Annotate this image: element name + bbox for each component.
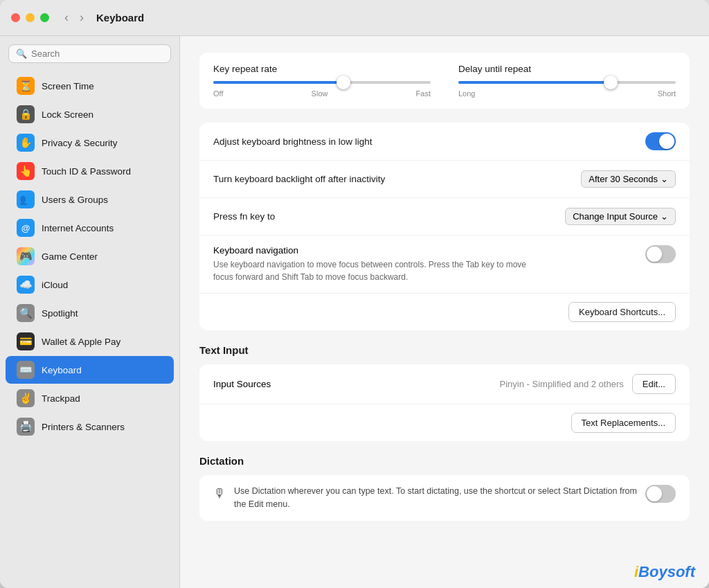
keyboard-nav-toggle-thumb	[647, 247, 662, 262]
text-input-card: Input Sources Pinyin - Simplified and 2 …	[199, 364, 690, 441]
main-window: ‹ › Keyboard 🔍 ⏳ Screen Time 🔒 Lock Scre…	[0, 0, 709, 588]
minimize-button[interactable]	[26, 13, 35, 22]
key-repeat-thumb[interactable]	[336, 75, 350, 89]
sidebar-label-privacy-security: Privacy & Security	[42, 138, 118, 148]
sidebar-label-spotlight: Spotlight	[42, 308, 78, 319]
key-repeat-fill	[213, 81, 343, 84]
dictation-section: Dictation 🎙 Use Dictation wherever you c…	[199, 455, 690, 521]
delay-repeat-slider-wrapper: Long Short	[458, 81, 676, 98]
key-repeat-off: Off	[213, 89, 223, 98]
keyboard-nav-description: Use keyboard navigation to move focus be…	[213, 258, 546, 283]
sidebar-item-icloud[interactable]: ☁️ iCloud	[6, 271, 174, 299]
main-content: Key repeat rate Off Slow Fast	[180, 36, 709, 588]
printers-icon: 🖨️	[17, 418, 35, 436]
edit-input-sources-button[interactable]: Edit...	[632, 374, 676, 394]
sidebar-label-internet-accounts: Internet Accounts	[42, 223, 114, 233]
titlebar: ‹ › Keyboard	[0, 0, 709, 36]
sidebar-label-screen-time: Screen Time	[42, 81, 94, 91]
delay-repeat-fill	[458, 81, 611, 84]
fn-key-row: Press fn key to Change Input Source ⌄	[199, 198, 690, 235]
sidebar-item-internet-accounts[interactable]: @ Internet Accounts	[6, 214, 174, 242]
fullscreen-button[interactable]	[40, 13, 49, 22]
back-button[interactable]: ‹	[60, 9, 73, 26]
backlight-row: Turn keyboard backlight off after inacti…	[199, 161, 690, 198]
sidebar-label-keyboard: Keyboard	[42, 365, 82, 375]
brightness-toggle[interactable]	[645, 132, 676, 150]
keyboard-icon: ⌨️	[17, 361, 35, 379]
backlight-select[interactable]: After 30 Seconds ⌄	[581, 170, 676, 188]
keyboard-settings-card: Adjust keyboard brightness in low light …	[199, 123, 690, 330]
sidebar-label-trackpad: Trackpad	[42, 393, 80, 404]
sidebar-item-users-groups[interactable]: 👥 Users & Groups	[6, 186, 174, 213]
search-input[interactable]	[31, 48, 163, 59]
sidebar-item-spotlight[interactable]: 🔍 Spotlight	[6, 299, 174, 327]
keyboard-shortcuts-btn-row: Keyboard Shortcuts...	[199, 294, 690, 330]
delay-repeat-thumb[interactable]	[604, 75, 618, 89]
wallet-icon: 💳	[17, 332, 35, 350]
delay-repeat-ticks: Long Short	[458, 89, 676, 98]
sidebar-item-printers-scanners[interactable]: 🖨️ Printers & Scanners	[6, 413, 174, 440]
nav-buttons: ‹ ›	[60, 9, 88, 26]
watermark: iBoysoft	[634, 563, 695, 581]
trackpad-icon: ✌️	[17, 389, 35, 407]
dictation-card: 🎙 Use Dictation wherever you can type te…	[199, 475, 690, 521]
fn-key-select[interactable]: Change Input Source ⌄	[565, 208, 676, 225]
fn-key-label: Press fn key to	[213, 211, 565, 222]
delay-long: Long	[458, 89, 475, 98]
search-icon: 🔍	[16, 48, 27, 59]
keyboard-nav-text: Keyboard navigation Use keyboard navigat…	[213, 245, 631, 283]
keyboard-nav-row: Keyboard navigation Use keyboard navigat…	[199, 235, 690, 294]
dictation-row: 🎙 Use Dictation wherever you can type te…	[199, 475, 690, 521]
dictation-toggle[interactable]	[645, 485, 676, 503]
sidebar-label-printers-scanners: Printers & Scanners	[42, 422, 125, 432]
sidebar-item-wallet[interactable]: 💳 Wallet & Apple Pay	[6, 328, 174, 355]
sidebar-item-privacy-security[interactable]: ✋ Privacy & Security	[6, 129, 174, 157]
search-box[interactable]: 🔍	[8, 44, 171, 63]
dictation-title: Dictation	[199, 455, 690, 467]
brightness-row: Adjust keyboard brightness in low light	[199, 123, 690, 161]
keyboard-nav-toggle[interactable]	[645, 245, 676, 263]
input-sources-label: Input Sources	[213, 379, 500, 389]
watermark-text: Boysoft	[638, 563, 695, 580]
users-groups-icon: 👥	[17, 190, 35, 208]
traffic-lights	[11, 13, 49, 22]
fn-key-chevron-icon: ⌄	[661, 211, 668, 222]
lock-screen-icon: 🔒	[17, 105, 35, 123]
icloud-icon: ☁️	[17, 276, 35, 294]
spotlight-icon: 🔍	[17, 304, 35, 322]
key-repeat-ticks: Off Slow Fast	[213, 89, 431, 98]
key-repeat-slow: Slow	[312, 89, 328, 98]
text-replacements-button[interactable]: Text Replacements...	[571, 413, 676, 433]
dictation-description: Use Dictation wherever you can type text…	[234, 485, 637, 511]
backlight-chevron-icon: ⌄	[661, 174, 668, 184]
text-input-section: Text Input Input Sources Pinyin - Simpli…	[199, 344, 690, 441]
sidebar-item-lock-screen[interactable]: 🔒 Lock Screen	[6, 100, 174, 128]
backlight-value: After 30 Seconds	[589, 174, 658, 184]
keyboard-shortcuts-button[interactable]: Keyboard Shortcuts...	[568, 302, 676, 322]
sidebar-item-keyboard[interactable]: ⌨️ Keyboard	[6, 356, 174, 384]
game-center-icon: 🎮	[17, 247, 35, 265]
sidebar-label-users-groups: Users & Groups	[42, 195, 108, 205]
key-repeat-label: Key repeat rate	[213, 64, 431, 74]
sidebar-item-screen-time[interactable]: ⏳ Screen Time	[6, 72, 174, 100]
sidebar-list: ⏳ Screen Time 🔒 Lock Screen ✋ Privacy & …	[0, 69, 179, 588]
touch-id-icon: 👆	[17, 162, 35, 180]
key-repeat-card: Key repeat rate Off Slow Fast	[199, 53, 690, 109]
forward-button[interactable]: ›	[75, 9, 88, 26]
content-area: 🔍 ⏳ Screen Time 🔒 Lock Screen ✋ Privacy …	[0, 36, 709, 588]
sidebar-item-game-center[interactable]: 🎮 Game Center	[6, 242, 174, 270]
sidebar-label-icloud: iCloud	[42, 280, 68, 290]
internet-accounts-icon: @	[17, 219, 35, 237]
delay-repeat-track	[458, 81, 676, 84]
fn-key-value: Change Input Source	[573, 211, 658, 222]
input-sources-row: Input Sources Pinyin - Simplified and 2 …	[199, 364, 690, 404]
sliders-section: Key repeat rate Off Slow Fast	[199, 53, 690, 109]
key-repeat-fast: Fast	[416, 89, 431, 98]
text-replacements-btn-row: Text Replacements...	[199, 404, 690, 441]
close-button[interactable]	[11, 13, 20, 22]
key-repeat-slider-wrapper: Off Slow Fast	[213, 81, 431, 98]
delay-repeat-group: Delay until repeat Long Short	[458, 64, 676, 98]
sidebar-item-trackpad[interactable]: ✌️ Trackpad	[6, 384, 174, 412]
sidebar-label-game-center: Game Center	[42, 251, 98, 262]
sidebar-item-touch-id[interactable]: 👆 Touch ID & Password	[6, 157, 174, 185]
